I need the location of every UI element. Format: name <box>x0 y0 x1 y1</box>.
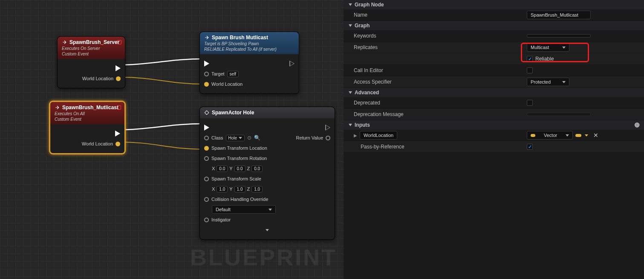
reliable-label: Reliable <box>535 56 554 62</box>
input-type-dropdown[interactable]: Vector <box>527 131 573 140</box>
section-advanced[interactable]: Advanced <box>344 88 644 97</box>
replicates-dropdown[interactable]: Multicast <box>527 43 569 52</box>
node-spawn-brush-multicast-call[interactable]: Spawn Brush Mutlicast Target is BP Shove… <box>199 32 299 94</box>
name-input[interactable]: SpawnBrush_Mutlicast <box>527 11 591 19</box>
exec-out-pin[interactable] <box>115 131 120 137</box>
object-in-pin[interactable] <box>204 218 209 222</box>
enum-in-pin[interactable] <box>204 197 209 202</box>
svg-point-0 <box>205 111 208 114</box>
object-out-pin[interactable] <box>326 136 330 140</box>
blueprint-graph[interactable]: SpawnBrush_Server Executes On Server Cus… <box>0 0 344 279</box>
node-spawnactor-hole[interactable]: SpawnActor Hole Class Hole ⊙ 🔍 Return Va… <box>199 107 335 240</box>
rot-x-input[interactable]: 0.0 <box>217 166 228 172</box>
pin-label: Spawn Transform Location <box>211 145 267 151</box>
keywords-input[interactable] <box>527 34 591 38</box>
class-dropdown[interactable]: Hole <box>226 135 245 141</box>
vector-out-pin[interactable] <box>116 142 120 146</box>
add-input-button[interactable]: ⊕ <box>634 122 640 128</box>
exec-in-pin[interactable] <box>204 125 209 131</box>
exec-out-pin[interactable] <box>116 65 121 71</box>
node-title: SpawnActor Hole <box>212 110 254 116</box>
section-inputs[interactable]: Inputs ⊕ <box>344 120 644 130</box>
node-title: Spawn Brush Mutlicast <box>212 35 268 41</box>
prop-label-access: Access Specifier <box>344 79 527 85</box>
pick-asset-icon[interactable]: ⊙ <box>247 135 251 141</box>
section-graph[interactable]: Graph <box>344 21 644 30</box>
access-dropdown[interactable]: Protected <box>527 78 569 86</box>
collapse-icon <box>349 124 352 126</box>
rotator-in-pin[interactable] <box>204 156 209 161</box>
rot-z-input[interactable]: 0.0 <box>251 166 263 172</box>
pin-label: World Location <box>82 141 113 146</box>
pin-label: Instigator <box>211 217 231 222</box>
collapse-icon <box>349 3 352 6</box>
collapse-icon <box>349 24 352 27</box>
vector-in-pin[interactable] <box>204 177 209 181</box>
scale-z-input[interactable]: 1.0 <box>251 186 263 192</box>
expand-icon[interactable]: ▶ <box>354 133 357 138</box>
container-type-dropdown[interactable] <box>585 134 588 137</box>
pin-label: Spawn Transform Scale <box>211 176 261 181</box>
net-badge-icon <box>117 105 121 110</box>
node-header[interactable]: SpawnBrush_Server Executes On Server Cus… <box>58 37 125 59</box>
reliable-checkbox[interactable] <box>527 56 533 62</box>
prop-label-keywords: Keywords <box>344 33 527 39</box>
deprecated-checkbox[interactable] <box>527 100 533 106</box>
prop-label-callineditor: Call In Editor <box>344 67 527 73</box>
exec-out-pin[interactable] <box>325 125 330 131</box>
vector-in-pin[interactable] <box>204 82 209 87</box>
depmsg-input[interactable] <box>527 113 591 116</box>
vector-out-pin[interactable] <box>116 76 121 81</box>
pin-label: Class <box>211 135 223 140</box>
watermark-text: BLUEPRINT <box>190 244 337 270</box>
net-badge-icon <box>117 40 121 44</box>
pin-label: World Location <box>211 81 243 87</box>
node-title: SpawnBrush_Mutlicast <box>62 105 118 110</box>
exec-out-pin[interactable] <box>289 61 295 67</box>
node-spawnbrush-server[interactable]: SpawnBrush_Server Executes On Server Cus… <box>57 36 125 88</box>
scale-y-input[interactable]: 1.0 <box>234 186 245 192</box>
rot-y-input[interactable]: 0.0 <box>234 166 245 172</box>
pin-label: Target <box>211 71 225 76</box>
exec-in-pin[interactable] <box>204 61 209 67</box>
callineditor-checkbox[interactable] <box>527 67 533 73</box>
node-spawnbrush-multicast-event[interactable]: SpawnBrush_Mutlicast Executes On All Cus… <box>49 101 125 154</box>
node-header[interactable]: SpawnBrush_Mutlicast Executes On All Cus… <box>50 102 124 124</box>
input-name-field[interactable]: WorldLocation <box>360 131 397 140</box>
expand-node-icon[interactable] <box>266 229 269 231</box>
prop-label-passbyref: Pass-by-Reference <box>344 144 527 150</box>
class-in-pin[interactable] <box>204 136 209 140</box>
section-graph-node[interactable]: Graph Node <box>344 0 644 9</box>
passbyref-checkbox[interactable] <box>527 144 533 150</box>
prop-label-depmsg: Deprecation Message <box>344 111 527 117</box>
collapse-icon <box>349 91 352 94</box>
pin-label: Collision Handling Override <box>211 197 268 202</box>
scale-x-input[interactable]: 1.0 <box>217 186 228 192</box>
node-header[interactable]: Spawn Brush Mutlicast Target is BP Shove… <box>200 32 299 54</box>
vector-type-icon <box>531 134 535 137</box>
prop-label-deprecated: Deprecated <box>344 100 527 106</box>
remove-input-button[interactable]: ✕ <box>593 132 598 139</box>
type-color-icon <box>575 134 581 137</box>
prop-label-replicates: Replicates <box>344 44 527 50</box>
collision-override-dropdown[interactable]: Default <box>212 205 276 214</box>
prop-label-name: Name <box>344 12 527 18</box>
node-header[interactable]: SpawnActor Hole <box>200 107 335 118</box>
pin-label: Spawn Transform Rotation <box>211 156 267 161</box>
target-value[interactable]: self <box>227 71 239 77</box>
node-title: SpawnBrush_Server <box>69 39 119 45</box>
vector-in-pin[interactable] <box>204 146 209 151</box>
pin-label: World Location <box>82 76 113 81</box>
object-in-pin[interactable] <box>204 72 209 76</box>
pin-label: Return Value <box>296 135 323 140</box>
browse-asset-icon[interactable]: 🔍 <box>254 135 260 141</box>
details-panel: Graph Node Name SpawnBrush_Mutlicast Gra… <box>344 0 644 279</box>
